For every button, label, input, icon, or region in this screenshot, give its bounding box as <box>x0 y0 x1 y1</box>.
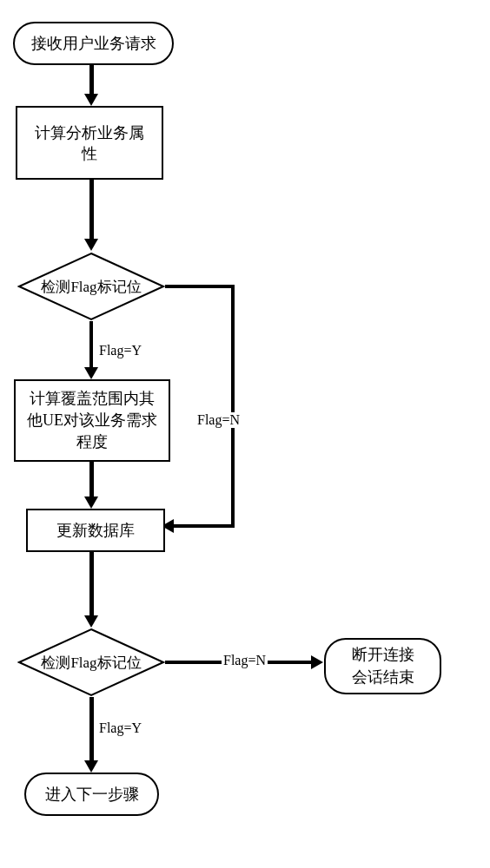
start-label: 接收用户业务请求 <box>31 33 156 54</box>
arrow-d1-right-in <box>174 524 235 528</box>
arrowhead-5 <box>84 615 98 628</box>
arrow-1 <box>89 65 94 95</box>
edge-flag-n-2: Flag=N <box>222 653 268 668</box>
arrow-d2-down <box>89 697 94 762</box>
edge-flag-y-2: Flag=Y <box>97 720 143 736</box>
end-right-line1: 断开连接 <box>352 646 414 663</box>
arrow-5 <box>89 552 94 617</box>
end-right-line2: 会话结束 <box>352 668 414 686</box>
end-next-step: 进入下一步骤 <box>24 773 159 816</box>
process2-label: 计算覆盖范围内其他UE对该业务需求程度 <box>26 388 158 454</box>
process-compute-ue: 计算覆盖范围内其他UE对该业务需求程度 <box>14 379 170 462</box>
arrow-d1-right <box>165 285 235 288</box>
decision-flag-2: 检测Flag标记位 <box>17 628 165 697</box>
edge-flag-y-1: Flag=Y <box>97 343 143 358</box>
process1-label: 计算分析业务属性 <box>28 122 151 164</box>
arrowhead-4 <box>84 496 98 509</box>
process3-label: 更新数据库 <box>56 520 135 541</box>
arrow-2 <box>89 180 94 240</box>
arrow-d1-right-down <box>231 285 235 528</box>
decision1-label: 检测Flag标记位 <box>41 277 141 297</box>
start-node: 接收用户业务请求 <box>13 22 174 65</box>
end-disconnect: 断开连接 会话结束 <box>324 638 441 694</box>
arrow-d1-down <box>89 321 93 369</box>
process-analyze: 计算分析业务属性 <box>16 106 163 180</box>
arrowhead-d2-down <box>84 760 98 773</box>
decision2-label: 检测Flag标记位 <box>41 653 141 673</box>
arrowhead-2 <box>84 239 98 251</box>
arrowhead-d2-right <box>311 655 323 669</box>
decision-flag-1: 检测Flag标记位 <box>17 252 165 321</box>
end-bottom-label: 进入下一步骤 <box>45 784 139 805</box>
arrowhead-1 <box>84 94 98 106</box>
process-update-db: 更新数据库 <box>26 509 165 552</box>
edge-flag-n-1: Flag=N <box>195 412 242 428</box>
arrow-4 <box>89 462 94 498</box>
arrowhead-d1-down <box>84 367 98 379</box>
